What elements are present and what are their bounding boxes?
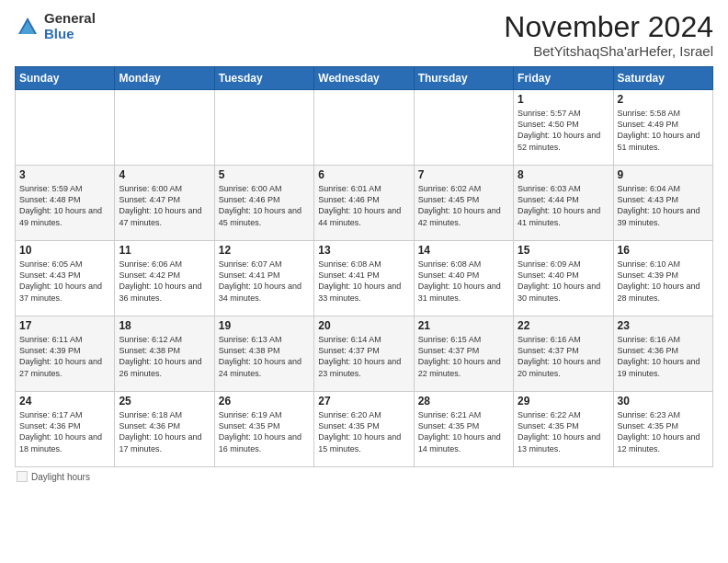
day-number: 2 <box>618 93 709 106</box>
header: General Blue November 2024 BetYitshaqSha… <box>15 11 713 59</box>
day-detail: Sunrise: 6:21 AM Sunset: 4:35 PM Dayligh… <box>418 409 509 454</box>
day-detail: Sunrise: 6:01 AM Sunset: 4:46 PM Dayligh… <box>318 183 409 228</box>
calendar-cell <box>214 90 313 166</box>
calendar-day-header: Thursday <box>414 67 513 90</box>
day-detail: Sunrise: 6:11 AM Sunset: 4:39 PM Dayligh… <box>19 334 110 379</box>
day-number: 15 <box>518 244 609 257</box>
day-detail: Sunrise: 5:58 AM Sunset: 4:49 PM Dayligh… <box>618 108 709 153</box>
calendar-cell: 25Sunrise: 6:18 AM Sunset: 4:36 PM Dayli… <box>115 392 214 467</box>
calendar-cell: 16Sunrise: 6:10 AM Sunset: 4:39 PM Dayli… <box>613 241 712 316</box>
day-detail: Sunrise: 6:02 AM Sunset: 4:45 PM Dayligh… <box>418 183 509 228</box>
calendar-table: SundayMondayTuesdayWednesdayThursdayFrid… <box>15 66 713 467</box>
day-number: 4 <box>119 168 210 181</box>
calendar-cell: 19Sunrise: 6:13 AM Sunset: 4:38 PM Dayli… <box>214 316 313 392</box>
day-detail: Sunrise: 6:18 AM Sunset: 4:36 PM Dayligh… <box>119 409 210 454</box>
calendar-header-row: SundayMondayTuesdayWednesdayThursdayFrid… <box>16 67 713 90</box>
day-number: 16 <box>618 244 709 257</box>
calendar-week-row: 10Sunrise: 6:05 AM Sunset: 4:43 PM Dayli… <box>16 241 713 316</box>
calendar-week-row: 17Sunrise: 6:11 AM Sunset: 4:39 PM Dayli… <box>16 316 713 392</box>
calendar-cell: 21Sunrise: 6:15 AM Sunset: 4:37 PM Dayli… <box>414 316 513 392</box>
calendar-cell: 26Sunrise: 6:19 AM Sunset: 4:35 PM Dayli… <box>214 392 313 467</box>
calendar-cell: 15Sunrise: 6:09 AM Sunset: 4:40 PM Dayli… <box>514 241 613 316</box>
calendar-cell: 5Sunrise: 6:00 AM Sunset: 4:46 PM Daylig… <box>214 166 313 241</box>
day-detail: Sunrise: 6:07 AM Sunset: 4:41 PM Dayligh… <box>219 259 310 304</box>
calendar-day-header: Friday <box>514 67 613 90</box>
footer-legend: Daylight hours <box>17 471 90 482</box>
day-detail: Sunrise: 6:16 AM Sunset: 4:37 PM Dayligh… <box>518 334 609 379</box>
day-detail: Sunrise: 6:22 AM Sunset: 4:35 PM Dayligh… <box>518 409 609 454</box>
day-detail: Sunrise: 6:15 AM Sunset: 4:37 PM Dayligh… <box>418 334 509 379</box>
day-number: 30 <box>618 395 709 408</box>
day-detail: Sunrise: 6:03 AM Sunset: 4:44 PM Dayligh… <box>518 183 609 228</box>
legend-box <box>17 471 28 482</box>
calendar-cell: 29Sunrise: 6:22 AM Sunset: 4:35 PM Dayli… <box>514 392 613 467</box>
calendar-week-row: 24Sunrise: 6:17 AM Sunset: 4:36 PM Dayli… <box>16 392 713 467</box>
calendar-cell <box>115 90 214 166</box>
calendar-day-header: Wednesday <box>314 67 414 90</box>
logo-blue: Blue <box>44 27 96 42</box>
day-number: 13 <box>318 244 409 257</box>
calendar-day-header: Monday <box>115 67 214 90</box>
calendar-cell: 8Sunrise: 6:03 AM Sunset: 4:44 PM Daylig… <box>514 166 613 241</box>
day-detail: Sunrise: 6:09 AM Sunset: 4:40 PM Dayligh… <box>518 259 609 304</box>
day-detail: Sunrise: 6:16 AM Sunset: 4:36 PM Dayligh… <box>618 334 709 379</box>
logo: General Blue <box>15 11 96 41</box>
title-block: November 2024 BetYitshaqSha'arHefer, Isr… <box>504 11 713 59</box>
calendar-cell <box>314 90 414 166</box>
calendar-cell <box>16 90 115 166</box>
calendar-day-header: Tuesday <box>214 67 313 90</box>
day-detail: Sunrise: 6:00 AM Sunset: 4:47 PM Dayligh… <box>119 183 210 228</box>
logo-general: General <box>44 11 96 27</box>
calendar-cell: 2Sunrise: 5:58 AM Sunset: 4:49 PM Daylig… <box>613 90 712 166</box>
day-detail: Sunrise: 6:23 AM Sunset: 4:35 PM Dayligh… <box>618 409 709 454</box>
calendar-day-header: Sunday <box>16 67 115 90</box>
day-number: 17 <box>19 319 110 332</box>
logo-icon <box>15 14 40 40</box>
day-detail: Sunrise: 6:13 AM Sunset: 4:38 PM Dayligh… <box>219 334 310 379</box>
calendar-cell: 18Sunrise: 6:12 AM Sunset: 4:38 PM Dayli… <box>115 316 214 392</box>
calendar-cell: 4Sunrise: 6:00 AM Sunset: 4:47 PM Daylig… <box>115 166 214 241</box>
day-detail: Sunrise: 6:08 AM Sunset: 4:41 PM Dayligh… <box>318 259 409 304</box>
day-number: 18 <box>119 319 210 332</box>
day-detail: Sunrise: 6:10 AM Sunset: 4:39 PM Dayligh… <box>618 259 709 304</box>
day-number: 6 <box>318 168 409 181</box>
day-detail: Sunrise: 6:12 AM Sunset: 4:38 PM Dayligh… <box>119 334 210 379</box>
calendar-cell <box>414 90 513 166</box>
day-detail: Sunrise: 6:05 AM Sunset: 4:43 PM Dayligh… <box>19 259 110 304</box>
day-detail: Sunrise: 6:14 AM Sunset: 4:37 PM Dayligh… <box>318 334 409 379</box>
calendar-cell: 23Sunrise: 6:16 AM Sunset: 4:36 PM Dayli… <box>613 316 712 392</box>
day-detail: Sunrise: 6:06 AM Sunset: 4:42 PM Dayligh… <box>119 259 210 304</box>
calendar-day-header: Saturday <box>613 67 712 90</box>
day-detail: Sunrise: 6:20 AM Sunset: 4:35 PM Dayligh… <box>318 409 409 454</box>
calendar-cell: 24Sunrise: 6:17 AM Sunset: 4:36 PM Dayli… <box>16 392 115 467</box>
day-number: 19 <box>219 319 310 332</box>
day-number: 1 <box>518 93 609 106</box>
calendar-cell: 6Sunrise: 6:01 AM Sunset: 4:46 PM Daylig… <box>314 166 414 241</box>
calendar-cell: 27Sunrise: 6:20 AM Sunset: 4:35 PM Dayli… <box>314 392 414 467</box>
footer-bar: Daylight hours <box>15 471 713 482</box>
day-detail: Sunrise: 6:19 AM Sunset: 4:35 PM Dayligh… <box>219 409 310 454</box>
day-number: 3 <box>19 168 110 181</box>
calendar-cell: 17Sunrise: 6:11 AM Sunset: 4:39 PM Dayli… <box>16 316 115 392</box>
day-number: 20 <box>318 319 409 332</box>
calendar-cell: 3Sunrise: 5:59 AM Sunset: 4:48 PM Daylig… <box>16 166 115 241</box>
day-detail: Sunrise: 5:59 AM Sunset: 4:48 PM Dayligh… <box>19 183 110 228</box>
calendar-cell: 20Sunrise: 6:14 AM Sunset: 4:37 PM Dayli… <box>314 316 414 392</box>
day-detail: Sunrise: 6:00 AM Sunset: 4:46 PM Dayligh… <box>219 183 310 228</box>
location: BetYitshaqSha'arHefer, Israel <box>504 43 713 59</box>
calendar-cell: 13Sunrise: 6:08 AM Sunset: 4:41 PM Dayli… <box>314 241 414 316</box>
calendar-week-row: 3Sunrise: 5:59 AM Sunset: 4:48 PM Daylig… <box>16 166 713 241</box>
calendar-cell: 12Sunrise: 6:07 AM Sunset: 4:41 PM Dayli… <box>214 241 313 316</box>
day-number: 5 <box>219 168 310 181</box>
calendar-cell: 14Sunrise: 6:08 AM Sunset: 4:40 PM Dayli… <box>414 241 513 316</box>
day-number: 8 <box>518 168 609 181</box>
calendar-cell: 9Sunrise: 6:04 AM Sunset: 4:43 PM Daylig… <box>613 166 712 241</box>
day-number: 14 <box>418 244 509 257</box>
day-number: 12 <box>219 244 310 257</box>
calendar-cell: 11Sunrise: 6:06 AM Sunset: 4:42 PM Dayli… <box>115 241 214 316</box>
logo-text: General Blue <box>44 11 96 41</box>
legend-label: Daylight hours <box>31 472 90 482</box>
day-detail: Sunrise: 6:17 AM Sunset: 4:36 PM Dayligh… <box>19 409 110 454</box>
day-number: 7 <box>418 168 509 181</box>
day-number: 27 <box>318 395 409 408</box>
